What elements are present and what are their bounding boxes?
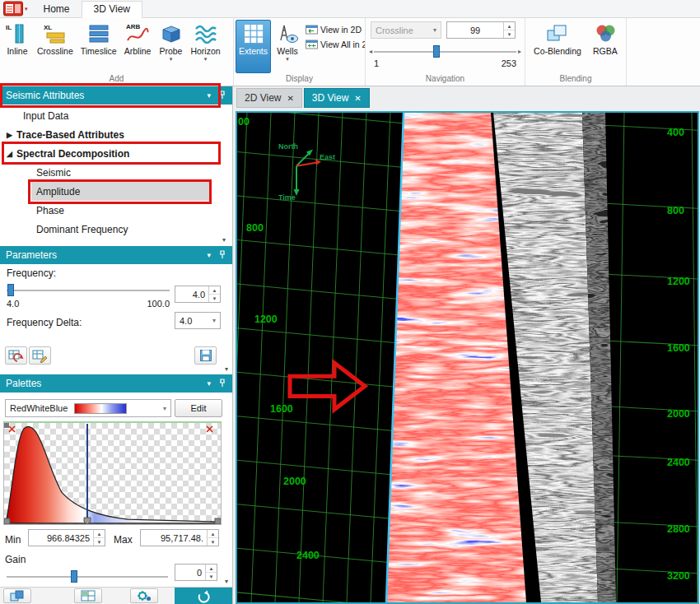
refresh-button[interactable]	[175, 588, 232, 604]
crossline-number-spinner[interactable]: 99 ▲ ▼	[446, 21, 516, 39]
min-value: 966.84325	[29, 530, 93, 546]
histogram-marker-right-icon[interactable]	[207, 426, 212, 432]
slider-handle[interactable]	[71, 570, 77, 583]
horizon-button[interactable]: Horizon ▾	[187, 20, 223, 73]
palettes-panel-header[interactable]: Palettes ▾	[0, 374, 232, 393]
panel-dropdown-icon[interactable]: ▾	[207, 251, 211, 259]
parameters-panel-header[interactable]: Parameters ▾	[0, 246, 232, 264]
tab-2d-view[interactable]: 2D View ✕	[236, 88, 302, 108]
3d-viewport[interactable]: North East Time 00 800 1200 1600 2000	[236, 111, 699, 604]
settings-button[interactable]	[130, 588, 158, 603]
timeslice-button[interactable]: Timeslice	[77, 20, 120, 73]
max-value-spinner[interactable]: 95,717.48. ▲ ▼	[140, 529, 219, 546]
inline-button[interactable]: IL Inline	[2, 20, 33, 73]
spin-down-icon[interactable]: ▼	[94, 538, 105, 546]
gain-spinner[interactable]: 0 ▲ ▼	[175, 564, 217, 581]
edit-parameters-button[interactable]	[29, 346, 51, 365]
spin-up-icon[interactable]: ▲	[208, 530, 218, 538]
pin-icon[interactable]	[218, 91, 226, 100]
tab-3d-view-content[interactable]: 3D View ✕	[304, 88, 370, 108]
tab-home[interactable]: Home	[32, 2, 82, 17]
parameters-scroll-down-icon[interactable]: ▾	[225, 365, 228, 373]
inline-icon: IL	[5, 22, 30, 45]
slider-track[interactable]	[7, 576, 168, 578]
tree-scroll-down-icon[interactable]: ▾	[222, 236, 226, 244]
frequency-min-label: 4.0	[7, 299, 19, 309]
edit-palette-button[interactable]: Edit	[175, 399, 222, 417]
tree-item-input-data[interactable]: Input Data	[0, 106, 232, 125]
probe-button[interactable]: Probe ▾	[155, 20, 186, 73]
tree-item-spectral-decomposition[interactable]: ◢ Spectral Decomposition	[0, 144, 232, 163]
histogram-handle[interactable]	[215, 518, 221, 524]
tab-3d-view[interactable]: 3D View	[82, 1, 142, 18]
expanded-arrow-icon[interactable]: ◢	[7, 150, 16, 158]
dropdown-arrow-icon[interactable]: ▾	[158, 405, 166, 412]
app-menu-button[interactable]: ▾	[2, 1, 32, 17]
slider-handle[interactable]	[7, 284, 14, 296]
extents-label: Extents	[239, 46, 268, 56]
palettes-scroll-down-icon[interactable]: ▾	[225, 578, 228, 585]
arbline-button[interactable]: ARB Arbline	[121, 20, 155, 73]
frequency-max-label: 100.0	[140, 299, 170, 309]
spin-up-icon[interactable]: ▲	[206, 565, 217, 573]
slider-track[interactable]	[374, 51, 516, 53]
histogram-marker-left-icon[interactable]	[9, 426, 15, 432]
slider-handle[interactable]	[433, 45, 440, 58]
spin-up-icon[interactable]: ▲	[94, 530, 105, 538]
spin-up-icon[interactable]: ▲	[209, 286, 220, 295]
tree-item-phase[interactable]: Phase	[31, 201, 210, 220]
reset-parameters-button[interactable]	[5, 346, 27, 365]
palette-histogram[interactable]	[3, 421, 222, 525]
close-tab-icon[interactable]: ✕	[287, 94, 293, 103]
collapsed-arrow-icon[interactable]: ▶	[7, 131, 16, 139]
histogram-handle[interactable]	[4, 518, 10, 524]
tree-item-trace-based-attributes[interactable]: ▶ Trace-Based Attributes	[0, 125, 232, 144]
view-in-2d-button[interactable]: View in 2D	[306, 25, 366, 35]
palette-dropdown[interactable]: RedWhiteBlue ▾	[5, 399, 171, 417]
tree-item-amplitude[interactable]: Amplitude	[31, 182, 210, 201]
axis-tick-label: 2400	[296, 550, 320, 561]
frequency-spinner[interactable]: 4.0 ▲ ▼	[175, 286, 221, 303]
rgba-button[interactable]: RGBA	[590, 20, 621, 73]
tree-item-seismic[interactable]: Seismic	[31, 163, 210, 182]
tree-item-dominant-frequency[interactable]: Dominant Frequency	[31, 220, 210, 239]
axis-tick-label: 800	[246, 222, 264, 234]
close-tab-icon[interactable]: ✕	[354, 94, 361, 103]
slider-right-arrow-icon[interactable]: ▸	[518, 49, 521, 55]
wells-dropdown-icon[interactable]: ▾	[286, 56, 289, 62]
crossline-button[interactable]: XL Crossline	[34, 20, 77, 73]
layout-button-2[interactable]	[74, 588, 102, 603]
gear-icon	[137, 590, 152, 602]
spin-down-icon[interactable]: ▼	[206, 573, 217, 580]
gain-slider[interactable]	[7, 570, 168, 583]
co-blending-button[interactable]: Co-Blending	[530, 20, 585, 73]
spin-down-icon[interactable]: ▼	[208, 538, 218, 546]
3d-scene[interactable]: North East Time 00 800 1200 1600 2000	[237, 113, 698, 602]
axis-tick-label: 2000	[667, 408, 690, 420]
panel-dropdown-icon[interactable]: ▾	[207, 379, 211, 388]
horizon-dropdown-icon[interactable]: ▾	[204, 56, 208, 62]
crossline-position-slider[interactable]	[374, 45, 516, 58]
view-all-in-2d-button[interactable]: View All in 2D	[306, 39, 366, 49]
frequency-slider[interactable]	[7, 284, 170, 296]
probe-dropdown-icon[interactable]: ▾	[170, 56, 173, 62]
layout-button-1[interactable]	[3, 588, 31, 603]
min-value-spinner[interactable]: 966.84325 ▲ ▼	[28, 529, 105, 546]
pin-icon[interactable]	[218, 379, 226, 388]
wells-button[interactable]: Wells ▾	[272, 20, 303, 73]
spin-down-icon[interactable]: ▼	[504, 30, 515, 38]
slider-left-arrow-icon[interactable]: ◂	[369, 49, 372, 55]
spin-down-icon[interactable]: ▼	[209, 295, 220, 302]
extents-button[interactable]: Extents	[236, 20, 271, 73]
save-parameters-button[interactable]	[194, 346, 217, 365]
dropdown-arrow-icon[interactable]: ▾	[208, 317, 216, 324]
seismic-attributes-panel-header[interactable]: Seismic Attributes ▾	[0, 86, 232, 105]
spin-up-icon[interactable]: ▲	[504, 22, 515, 30]
ribbon: IL Inline XL Crossline	[0, 18, 700, 86]
slider-track[interactable]	[7, 290, 170, 291]
histogram-handle[interactable]	[4, 423, 9, 428]
pin-icon[interactable]	[218, 250, 226, 260]
axis-tick-label: 800	[667, 205, 684, 216]
panel-dropdown-icon[interactable]: ▾	[207, 91, 211, 100]
frequency-delta-dropdown[interactable]: 4.0 ▾	[175, 312, 221, 329]
